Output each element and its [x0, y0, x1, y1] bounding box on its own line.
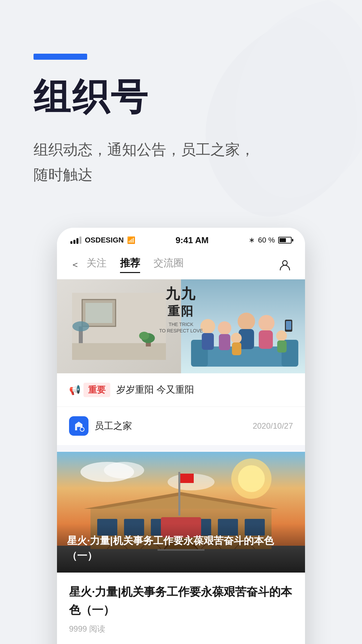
speaker-icon: 📢 [69, 384, 81, 395]
svg-rect-23 [232, 342, 241, 355]
article-title-second: 星火·力量|机关事务工作要永葆艰苦奋斗的本色（一） [69, 583, 293, 619]
carrier-label: OSDESIGN [85, 236, 124, 245]
nav-tabs: 关注 推荐 交流圈 [86, 256, 278, 273]
article-cover-second: 星火·力量|机关事务工作要永葆艰苦奋斗的本色（一） [57, 452, 305, 573]
user-icon-button[interactable] [278, 258, 292, 271]
svg-rect-15 [202, 333, 214, 350]
subtitle: 组织动态，通知公告，员工之家， 随时触达 [34, 137, 328, 187]
article-meta-first: 员工之家 2020/10/27 [57, 407, 305, 445]
wifi-icon: 📶 [127, 236, 135, 244]
important-badge: 📢 重要 [69, 383, 110, 397]
article-body-second: 星火·力量|机关事务工作要永葆艰苦奋斗的本色（一） 9999 阅读 [57, 573, 305, 644]
svg-point-30 [80, 428, 84, 431]
svg-point-24 [276, 330, 287, 341]
svg-point-33 [238, 465, 265, 492]
svg-rect-25 [277, 340, 287, 353]
signal-icon [70, 236, 81, 244]
svg-rect-17 [219, 334, 230, 350]
article-stats-second: 9999 阅读 [69, 624, 293, 634]
phone-mockup-wrapper: OSDESIGN 📶 9:41 AM ∗ 60 % ＜ 关注 推荐 交流圈 [0, 228, 362, 644]
banner-content: 九九 重阳 THE TRICKTO RESPECT LOVE [57, 279, 305, 373]
svg-point-20 [258, 315, 275, 331]
svg-point-0 [283, 261, 287, 265]
tiananmen-bg: 星火·力量|机关事务工作要永葆艰苦奋斗的本色（一） [57, 452, 305, 573]
status-time: 9:41 AM [176, 235, 209, 246]
page-title: 组织号 [34, 76, 328, 117]
battery-fill [280, 238, 286, 242]
bluetooth-icon: ∗ [249, 236, 255, 245]
phone-mockup: OSDESIGN 📶 9:41 AM ∗ 60 % ＜ 关注 推荐 交流圈 [57, 228, 305, 644]
banner-right-panel: 九九 重阳 THE TRICKTO RESPECT LOVE [181, 279, 305, 373]
article-card-second[interactable]: 星火·力量|机关事务工作要永葆艰苦奋斗的本色（一） 星火·力量|机关事务工作要永… [57, 452, 305, 644]
top-section: 组织号 组织动态，通知公告，员工之家， 随时触达 [0, 0, 362, 214]
announcement-title: 岁岁重阳 今又重阳 [116, 383, 194, 396]
cover-overlay-text: 星火·力量|机关事务工作要永葆艰苦奋斗的本色（一） [57, 524, 305, 573]
svg-rect-47 [178, 472, 180, 516]
author-info-first: 员工之家 [69, 416, 132, 436]
battery-percent-label: 60 % [258, 236, 275, 245]
article-date-first: 2020/10/27 [253, 421, 293, 431]
svg-rect-2 [72, 343, 166, 360]
banner-image: 九九 重阳 THE TRICKTO RESPECT LOVE [57, 279, 305, 373]
author-avatar-first [69, 416, 88, 436]
svg-point-10 [139, 332, 149, 340]
tab-follow[interactable]: 关注 [86, 256, 107, 273]
nav-bar: ＜ 关注 推荐 交流圈 [57, 250, 305, 279]
svg-rect-48 [180, 474, 194, 483]
status-right: ∗ 60 % [249, 236, 292, 245]
svg-point-22 [231, 333, 242, 343]
svg-point-35 [104, 462, 144, 479]
announcement-card[interactable]: 九九 重阳 THE TRICKTO RESPECT LOVE [57, 279, 305, 445]
cover-title: 星火·力量|机关事务工作要永葆艰苦奋斗的本色（一） [67, 533, 295, 563]
important-label: 重要 [83, 383, 110, 397]
svg-point-18 [238, 313, 255, 330]
battery-icon [278, 237, 292, 244]
svg-rect-5 [85, 303, 112, 323]
feed: 九九 重阳 THE TRICKTO RESPECT LOVE [57, 279, 305, 644]
author-name-first: 员工之家 [95, 420, 132, 432]
svg-rect-21 [259, 330, 273, 349]
back-button[interactable]: ＜ [70, 258, 80, 271]
tab-recommend[interactable]: 推荐 [120, 256, 140, 273]
svg-rect-27 [286, 321, 291, 330]
blue-accent-bar [34, 54, 87, 60]
status-left: OSDESIGN 📶 [70, 236, 135, 245]
status-bar: OSDESIGN 📶 9:41 AM ∗ 60 % [57, 228, 305, 250]
tab-community[interactable]: 交流圈 [154, 256, 184, 273]
svg-point-16 [218, 321, 231, 335]
svg-point-7 [72, 321, 89, 331]
announcement-text-row: 📢 重要 岁岁重阳 今又重阳 [57, 373, 305, 407]
